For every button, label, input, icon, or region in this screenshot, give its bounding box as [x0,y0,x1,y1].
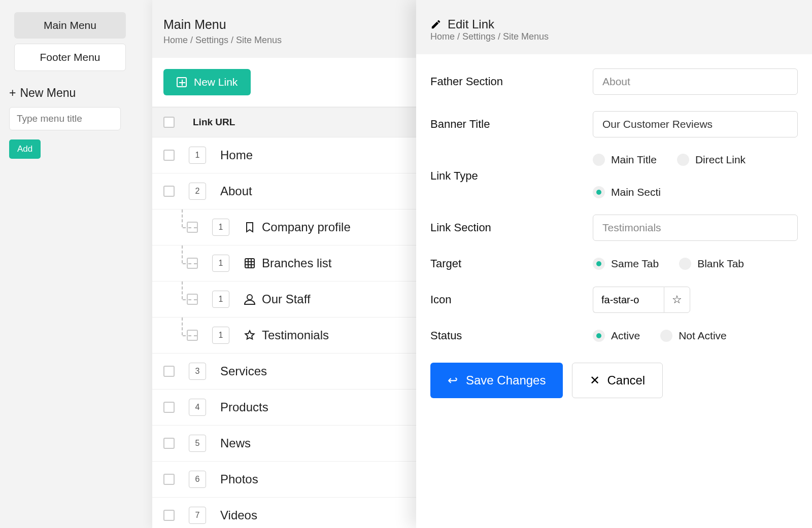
status-option[interactable]: Not Active [660,330,727,342]
link-row[interactable]: 4Products [152,390,416,426]
order-box[interactable]: 1 [212,291,229,308]
link-text: Branches list [262,256,331,270]
radio-label: Blank Tab [697,258,744,270]
select-all-checkbox[interactable] [163,117,175,128]
order-box[interactable]: 1 [212,255,229,272]
link-row[interactable]: 3Services [152,354,416,390]
link-text: Our Staff [262,292,311,306]
link-type-option[interactable]: Main Secti [593,186,661,198]
link-row[interactable]: 1Branches list [152,245,416,281]
menu-tab-main[interactable]: Main Menu [14,12,126,39]
order-box[interactable]: 2 [189,183,206,200]
link-row[interactable]: 1Company profile [152,209,416,245]
edit-title: Edit Link [448,17,494,31]
row-checkbox[interactable] [163,402,175,413]
links-panel: Main Menu Home / Settings / Site Menus N… [152,0,416,528]
edit-form: Father Section Banner Title Link Type Ma… [416,54,812,412]
link-section-select[interactable] [593,215,798,241]
link-row[interactable]: 7Videos [152,498,416,528]
close-icon: ✕ [590,373,600,388]
sidebar: Main Menu Footer Menu + New Menu Add [0,0,137,528]
tree-line [182,245,183,263]
save-label: Save Changes [466,373,546,388]
star-outline-icon: ☆ [672,293,682,306]
icon-input[interactable] [593,287,664,313]
radio-label: Not Active [679,330,727,342]
order-box[interactable]: 3 [189,363,206,380]
row-checkbox[interactable] [163,474,175,485]
radio-dot [660,330,672,342]
order-box[interactable]: 7 [189,507,206,524]
edit-link-panel: Edit Link Home / Settings / Site Menus F… [416,0,812,528]
radio-label: Main Title [611,154,657,166]
new-link-label: New Link [194,76,238,88]
link-label: Home [220,148,253,162]
link-row[interactable]: 1Testimonials [152,318,416,354]
label-target: Target [430,257,593,270]
target-radio-group: Same TabBlank Tab [593,258,798,270]
cancel-button[interactable]: ✕ Cancel [572,363,663,398]
cancel-label: Cancel [607,373,645,388]
link-type-option[interactable]: Main Title [593,154,657,166]
add-menu-button[interactable]: Add [9,139,41,159]
link-text: Products [220,400,268,414]
order-box[interactable]: 6 [189,471,206,488]
radio-dot [679,258,691,270]
svg-rect-0 [245,259,254,268]
save-button[interactable]: ↩ Save Changes [430,363,563,398]
banner-title-input[interactable] [593,111,798,137]
pencil-icon [430,19,442,30]
new-menu-label: New Menu [20,86,76,100]
row-checkbox[interactable] [163,186,175,197]
radio-label: Active [611,330,640,342]
link-rows: 1Home2About1Company profile1Branches lis… [152,137,416,528]
star-icon [244,329,256,341]
link-row[interactable]: 2About [152,173,416,209]
plus-icon: + [9,87,16,99]
order-box[interactable]: 1 [189,147,206,164]
father-section-select[interactable] [593,68,798,95]
link-label: About [220,184,252,198]
row-checkbox[interactable] [163,366,175,377]
status-option[interactable]: Active [593,330,640,342]
tree-line [182,318,183,335]
new-link-button[interactable]: New Link [163,69,251,95]
link-label: Services [220,364,267,378]
bookmark-icon [244,221,256,233]
link-row[interactable]: 1Home [152,137,416,173]
svg-point-1 [247,295,252,300]
breadcrumb: Home / Settings / Site Menus [163,35,405,46]
order-box[interactable]: 5 [189,435,206,452]
target-option[interactable]: Same Tab [593,258,659,270]
label-status: Status [430,329,593,342]
link-row[interactable]: 5News [152,426,416,462]
link-type-option[interactable]: Direct Link [677,154,746,166]
link-row[interactable]: 6Photos [152,462,416,498]
list-header: Link URL [152,107,416,137]
link-text: Photos [220,472,258,486]
radio-label: Direct Link [695,154,746,166]
label-banner-title: Banner Title [430,118,593,131]
order-box[interactable]: 1 [212,219,229,236]
radio-dot [593,258,605,270]
menu-title-input[interactable] [9,107,121,130]
target-option[interactable]: Blank Tab [679,258,744,270]
link-label: Testimonials [244,328,329,342]
radio-dot [677,154,689,166]
menu-tab-footer[interactable]: Footer Menu [14,44,126,71]
new-menu-heading: + New Menu [9,86,128,100]
row-checkbox[interactable] [163,438,175,449]
tree-line [182,281,183,299]
icon-preview[interactable]: ☆ [664,287,690,313]
edit-breadcrumb: Home / Settings / Site Menus [430,31,798,42]
link-text: Services [220,364,267,378]
row-checkbox[interactable] [163,510,175,521]
order-box[interactable]: 1 [212,327,229,344]
arrow-left-icon: ↩ [448,373,458,388]
link-row[interactable]: 1Our Staff [152,281,416,318]
order-box[interactable]: 4 [189,399,206,416]
col-link-url: Link URL [193,117,235,128]
link-label: Products [220,400,268,414]
label-link-section: Link Section [430,221,593,234]
row-checkbox[interactable] [163,150,175,161]
